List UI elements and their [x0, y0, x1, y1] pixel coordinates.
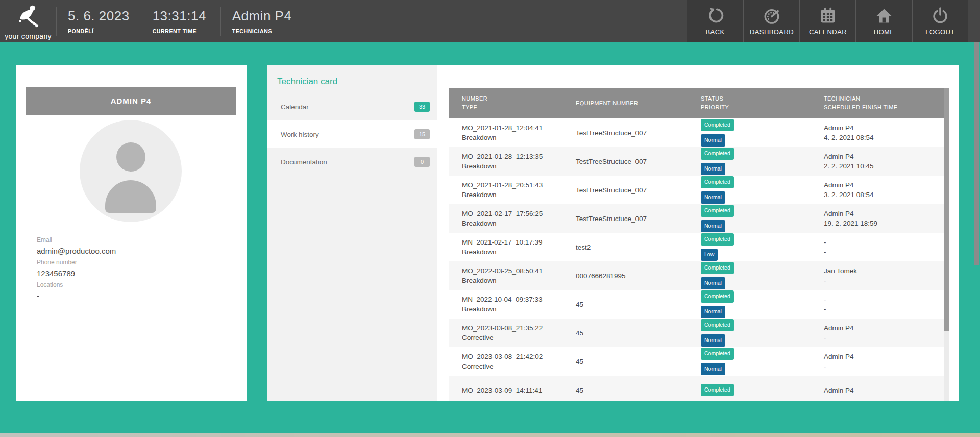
work-order-finish-time: 2. 2. 2021 10:45 [824, 161, 944, 171]
work-order-number-type: MO_2023-03-08_21:42:02 Corrective [449, 347, 570, 376]
company-logo[interactable]: your company [0, 0, 56, 42]
work-order-number: MO_2021-02-17_17:56:25 [462, 209, 570, 218]
calendar-label: CALENDAR [809, 28, 847, 36]
work-order-number: MO_2023-03-09_14:11:41 [462, 385, 570, 395]
technician-name-header: ADMIN P4 [26, 87, 236, 115]
tab-count-badge: 15 [414, 129, 430, 139]
status-badge: Completed [701, 290, 734, 303]
tab-count-badge: 0 [414, 157, 430, 167]
work-order-row[interactable]: MO_2021-01-28_12:13:35 Breakdown TestTre… [449, 147, 944, 176]
work-order-technician-finish: Admin P4 3. 2. 2021 08:54 [822, 176, 944, 204]
work-order-number-type: MO_2021-02-17_17:56:25 Breakdown [449, 204, 570, 233]
column-header-number-type: NUMBER TYPE [449, 88, 570, 118]
work-order-technician-finish: Admin P4 19. 2. 2021 18:59 [822, 204, 944, 233]
home-icon [875, 7, 893, 25]
work-order-type: Corrective [462, 333, 570, 343]
dashboard-label: DASHBOARD [750, 28, 794, 36]
column-header-technician-finish: TECHNICIAN SCHEDULED FINISH TIME [822, 88, 944, 118]
priority-badge: Normal [701, 134, 725, 147]
work-order-number: MO_2021-01-28_20:51:43 [462, 180, 570, 190]
work-order-row[interactable]: MO_2021-01-28_20:51:43 Breakdown TestTre… [449, 176, 944, 204]
work-order-number: MO_2021-01-28_12:13:35 [462, 152, 570, 161]
table-scrollbar-thumb[interactable] [944, 88, 949, 331]
work-orders-table-header: NUMBER TYPE EQUIPMENT NUMBER STATUS PRIO… [449, 88, 944, 118]
work-order-number: MN_2021-02-17_10:17:39 [462, 237, 570, 247]
window-scrollbar[interactable] [974, 0, 980, 433]
table-scrollbar[interactable] [944, 88, 949, 401]
work-order-status-priority: Completed Normal [698, 147, 822, 176]
work-order-equipment: test2 [570, 233, 698, 261]
work-order-row[interactable]: MO_2022-03-25_08:50:41 Breakdown 0007666… [449, 261, 944, 290]
work-order-number: MO_2021-01-28_12:04:41 [462, 123, 570, 133]
profile-field-value: 123456789 [37, 268, 226, 279]
work-order-row[interactable]: MO_2023-03-09_14:11:41 45 Completed Admi… [449, 376, 944, 401]
status-badge: Completed [701, 119, 734, 131]
dashboard-button[interactable]: DASHBOARD [743, 0, 799, 42]
technician-card-tab[interactable]: Calendar 33 [267, 93, 437, 120]
work-order-equipment: 45 [570, 319, 698, 347]
work-order-number-type: MN_2021-02-17_10:17:39 Breakdown [449, 233, 570, 261]
work-order-finish-time: 4. 2. 2021 08:54 [824, 133, 944, 142]
back-icon [706, 7, 724, 25]
status-badge: Completed [701, 148, 734, 160]
work-order-type: Breakdown [462, 247, 570, 257]
work-order-row[interactable]: MN_2021-02-17_10:17:39 Breakdown test2 C… [449, 233, 944, 261]
profile-field-value: admin@productoo.com [37, 246, 226, 257]
work-order-equipment: TestTreeStructuce_007 [570, 176, 698, 204]
home-button[interactable]: HOME [855, 0, 912, 42]
work-order-status-priority: Completed Normal [698, 261, 822, 290]
tab-count-badge: 33 [414, 102, 430, 112]
profile-field: Email admin@productoo.com [37, 235, 226, 257]
profile-field-label: Locations [37, 280, 226, 290]
work-order-type: Breakdown [462, 276, 570, 285]
status-badge: Completed [701, 319, 734, 331]
company-logo-text: your company [5, 32, 52, 40]
work-order-status-priority: Completed Low [698, 233, 822, 261]
back-button[interactable]: BACK [687, 0, 743, 42]
work-order-row[interactable]: MO_2021-01-28_12:04:41 Breakdown TestTre… [449, 118, 944, 147]
priority-badge: Normal [701, 334, 725, 347]
logout-button[interactable]: LOGOUT [912, 0, 968, 42]
work-order-status-priority: Completed [698, 376, 822, 401]
work-order-row[interactable]: MO_2023-03-08_21:42:02 Corrective 45 Com… [449, 347, 944, 376]
calendar-button[interactable]: CALENDAR [799, 0, 855, 42]
technician-card-tab[interactable]: Documentation 0 [267, 148, 437, 176]
status-badge: Completed [701, 384, 734, 396]
work-order-finish-time: - [824, 333, 944, 343]
work-order-finish-time: 19. 2. 2021 18:59 [824, 218, 944, 228]
work-order-status-priority: Completed Normal [698, 290, 822, 319]
work-order-finish-time: - [824, 247, 944, 257]
work-order-technician: Admin P4 [824, 385, 944, 395]
work-order-number-type: MO_2023-03-09_14:11:41 [449, 376, 570, 401]
home-label: HOME [874, 28, 895, 36]
technician-card-panel: Technician card Calendar 33 Work history… [267, 65, 437, 401]
work-order-technician: - [824, 237, 944, 247]
avatar [80, 120, 182, 222]
work-order-finish-time: - [824, 276, 944, 285]
work-order-row[interactable]: MO_2023-03-08_21:35:22 Corrective 45 Com… [449, 319, 944, 347]
current-date: 5. 6. 2023 [68, 8, 130, 24]
calendar-icon [819, 7, 837, 25]
work-order-row[interactable]: MN_2022-10-04_09:37:33 Breakdown 45 Comp… [449, 290, 944, 319]
back-label: BACK [705, 28, 724, 36]
tab-label: Work history [281, 131, 319, 138]
top-bar: your company 5. 6. 2023 PONDĚLÍ 13:31:14… [0, 0, 980, 42]
avatar-person-icon [116, 142, 145, 172]
priority-badge: Normal [701, 220, 725, 232]
technician-card-title: Technician card [277, 77, 337, 87]
technician-card-tabs: Calendar 33 Work history 15 Documentatio… [267, 93, 437, 176]
page-subtitle: TECHNICIANS [232, 28, 292, 34]
work-order-number: MO_2023-03-08_21:35:22 [462, 323, 570, 333]
work-order-row[interactable]: MO_2021-02-17_17:56:25 Breakdown TestTre… [449, 204, 944, 233]
work-order-finish-time: 3. 2. 2021 08:54 [824, 190, 944, 200]
status-badge: Completed [701, 348, 734, 360]
technician-card-tab[interactable]: Work history 15 [267, 120, 437, 148]
priority-badge: Low [701, 249, 718, 261]
work-order-status-priority: Completed Normal [698, 204, 822, 233]
work-order-technician: Admin P4 [824, 152, 944, 161]
work-order-technician: - [824, 295, 944, 304]
work-order-number-type: MO_2021-01-28_20:51:43 Breakdown [449, 176, 570, 204]
profile-field-label: Phone number [37, 257, 226, 268]
status-badge: Completed [701, 205, 734, 217]
work-orders-table-body: MO_2021-01-28_12:04:41 Breakdown TestTre… [449, 118, 944, 401]
